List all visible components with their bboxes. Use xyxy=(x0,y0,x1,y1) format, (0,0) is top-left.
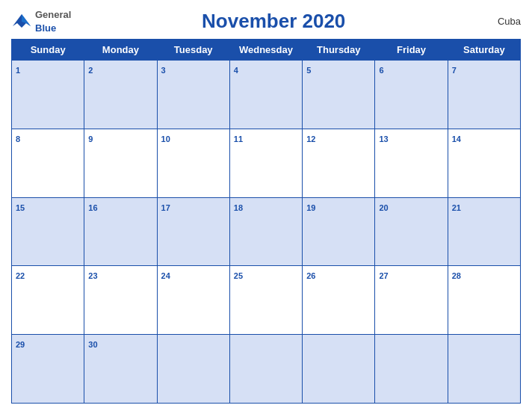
table-row: 4 xyxy=(229,61,302,129)
table-row: 9 xyxy=(84,129,157,197)
table-row: 8 xyxy=(12,129,84,197)
calendar-week-row: 891011121314 xyxy=(12,129,521,197)
day-number: 6 xyxy=(379,66,383,75)
table-row: 13 xyxy=(375,129,448,197)
table-row: 18 xyxy=(229,197,302,266)
logo-general: General xyxy=(35,9,71,20)
day-number: 19 xyxy=(306,203,315,212)
logo-blue: Blue xyxy=(35,22,56,34)
weekday-header-row: Sunday Monday Tuesday Wednesday Thursday… xyxy=(12,40,521,61)
day-number: 27 xyxy=(379,271,388,280)
day-number: 22 xyxy=(16,271,25,280)
table-row: 5 xyxy=(303,61,375,129)
header-sunday: Sunday xyxy=(12,40,84,61)
table-row: 15 xyxy=(12,197,84,266)
table-row: 30 xyxy=(84,335,157,404)
calendar-week-row: 22232425262728 xyxy=(12,266,521,335)
calendar-table: Sunday Monday Tuesday Wednesday Thursday… xyxy=(11,39,521,404)
table-row: 10 xyxy=(157,129,229,197)
table-row: 7 xyxy=(448,61,520,129)
table-row: 6 xyxy=(375,61,448,129)
day-number: 11 xyxy=(234,135,243,143)
table-row: 26 xyxy=(303,266,375,335)
day-number: 26 xyxy=(306,271,315,280)
day-number: 4 xyxy=(234,66,238,75)
day-number: 21 xyxy=(452,203,461,212)
page-header: General Blue November 2020 Cuba xyxy=(11,7,521,34)
day-number: 30 xyxy=(88,340,97,349)
logo: General Blue xyxy=(11,7,71,34)
table-row: 14 xyxy=(448,129,520,197)
day-number: 15 xyxy=(16,203,25,212)
table-row: 25 xyxy=(229,266,302,335)
table-row: 16 xyxy=(84,197,157,266)
calendar-week-row: 1234567 xyxy=(12,61,521,129)
calendar-week-row: 2930 xyxy=(12,335,521,404)
table-row: 11 xyxy=(229,129,302,197)
day-number: 16 xyxy=(88,203,97,212)
table-row: 3 xyxy=(157,61,229,129)
day-number: 2 xyxy=(88,66,93,75)
header-friday: Friday xyxy=(375,40,448,61)
day-number: 7 xyxy=(452,66,457,75)
day-number: 14 xyxy=(452,135,461,143)
header-monday: Monday xyxy=(84,40,157,61)
day-number: 3 xyxy=(161,66,166,75)
table-row xyxy=(157,335,229,404)
header-wednesday: Wednesday xyxy=(229,40,302,61)
day-number: 24 xyxy=(161,271,170,280)
day-number: 13 xyxy=(379,135,388,143)
country-label: Cuba xyxy=(476,16,521,27)
table-row: 27 xyxy=(375,266,448,335)
day-number: 18 xyxy=(234,203,243,212)
table-row xyxy=(229,335,302,404)
day-number: 12 xyxy=(306,135,315,143)
table-row xyxy=(375,335,448,404)
table-row: 28 xyxy=(448,266,520,335)
table-row: 2 xyxy=(84,61,157,129)
header-thursday: Thursday xyxy=(303,40,375,61)
day-number: 17 xyxy=(161,203,170,212)
table-row: 19 xyxy=(303,197,375,266)
table-row: 1 xyxy=(12,61,84,129)
table-row xyxy=(448,335,520,404)
table-row xyxy=(303,335,375,404)
table-row: 23 xyxy=(84,266,157,335)
table-row: 24 xyxy=(157,266,229,335)
calendar-title: November 2020 xyxy=(71,10,476,33)
table-row: 22 xyxy=(12,266,84,335)
day-number: 10 xyxy=(161,135,170,143)
calendar-week-row: 15161718192021 xyxy=(12,197,521,266)
table-row: 20 xyxy=(375,197,448,266)
day-number: 1 xyxy=(16,66,20,75)
day-number: 29 xyxy=(16,340,25,349)
day-number: 20 xyxy=(379,203,388,212)
day-number: 9 xyxy=(88,135,93,143)
table-row: 29 xyxy=(12,335,84,404)
header-tuesday: Tuesday xyxy=(157,40,229,61)
table-row: 12 xyxy=(303,129,375,197)
logo-text: General Blue xyxy=(35,7,71,34)
day-number: 8 xyxy=(16,135,20,143)
table-row: 21 xyxy=(448,197,520,266)
day-number: 25 xyxy=(234,271,243,280)
day-number: 23 xyxy=(88,271,97,280)
logo-bird-icon xyxy=(11,13,32,29)
day-number: 5 xyxy=(306,66,311,75)
table-row: 17 xyxy=(157,197,229,266)
header-saturday: Saturday xyxy=(448,40,520,61)
day-number: 28 xyxy=(452,271,461,280)
